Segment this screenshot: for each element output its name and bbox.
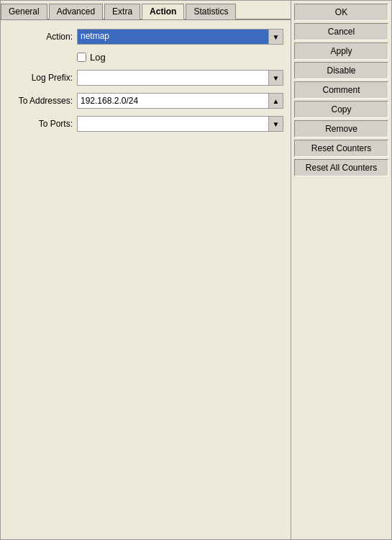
to-addresses-label: To Addresses: bbox=[8, 96, 73, 106]
apply-button[interactable]: Apply bbox=[294, 42, 388, 60]
cancel-button[interactable]: Cancel bbox=[294, 23, 388, 40]
to-addresses-input-wrapper: ▲ bbox=[77, 93, 283, 109]
tab-general[interactable]: General bbox=[1, 4, 47, 19]
left-panel: General Advanced Extra Action Statistics… bbox=[0, 0, 291, 540]
to-addresses-dropdown-icon: ▲ bbox=[273, 97, 280, 105]
action-input-wrapper: netmap ▼ bbox=[77, 29, 283, 45]
to-ports-input[interactable] bbox=[77, 116, 269, 132]
disable-button[interactable]: Disable bbox=[294, 62, 388, 79]
to-ports-dropdown-icon: ▼ bbox=[273, 120, 280, 128]
content-area: Action: netmap ▼ Log Log Prefix: bbox=[1, 20, 291, 140]
to-ports-row: To Ports: ▼ bbox=[8, 116, 283, 132]
log-checkbox-row: Log bbox=[8, 52, 283, 63]
log-prefix-row: Log Prefix: ▼ bbox=[8, 70, 283, 86]
log-prefix-label: Log Prefix: bbox=[8, 73, 73, 83]
log-prefix-dropdown-btn[interactable]: ▼ bbox=[269, 70, 283, 86]
main-container: General Advanced Extra Action Statistics… bbox=[0, 0, 392, 540]
reset-all-counters-button[interactable]: Reset All Counters bbox=[294, 159, 388, 176]
action-dropdown-btn[interactable]: ▼ bbox=[269, 29, 283, 45]
tab-advanced[interactable]: Advanced bbox=[49, 4, 103, 19]
empty-area bbox=[1, 140, 291, 539]
tab-bar: General Advanced Extra Action Statistics bbox=[1, 1, 291, 20]
to-addresses-row: To Addresses: ▲ bbox=[8, 93, 283, 109]
comment-button[interactable]: Comment bbox=[294, 81, 388, 99]
tab-statistics[interactable]: Statistics bbox=[186, 4, 236, 19]
ok-button[interactable]: OK bbox=[294, 4, 388, 21]
right-panel: OK Cancel Apply Disable Comment Copy Rem… bbox=[291, 0, 392, 540]
log-checkbox[interactable] bbox=[77, 53, 86, 62]
log-prefix-input-wrapper: ▼ bbox=[77, 70, 283, 86]
to-addresses-input[interactable] bbox=[77, 93, 269, 109]
log-prefix-dropdown-icon: ▼ bbox=[273, 74, 280, 82]
remove-button[interactable]: Remove bbox=[294, 120, 388, 138]
action-label: Action: bbox=[8, 32, 73, 42]
copy-button[interactable]: Copy bbox=[294, 101, 388, 118]
to-ports-label: To Ports: bbox=[8, 119, 73, 129]
to-addresses-dropdown-btn[interactable]: ▲ bbox=[269, 93, 283, 109]
action-dropdown-icon: ▼ bbox=[273, 33, 280, 41]
action-row: Action: netmap ▼ bbox=[8, 29, 283, 45]
log-prefix-input[interactable] bbox=[77, 70, 269, 86]
to-ports-input-wrapper: ▼ bbox=[77, 116, 283, 132]
reset-counters-button[interactable]: Reset Counters bbox=[294, 140, 388, 157]
tab-action[interactable]: Action bbox=[142, 4, 184, 19]
action-select[interactable]: netmap bbox=[77, 29, 269, 45]
tab-extra[interactable]: Extra bbox=[104, 4, 140, 19]
to-ports-dropdown-btn[interactable]: ▼ bbox=[269, 116, 283, 132]
log-label: Log bbox=[90, 52, 106, 63]
